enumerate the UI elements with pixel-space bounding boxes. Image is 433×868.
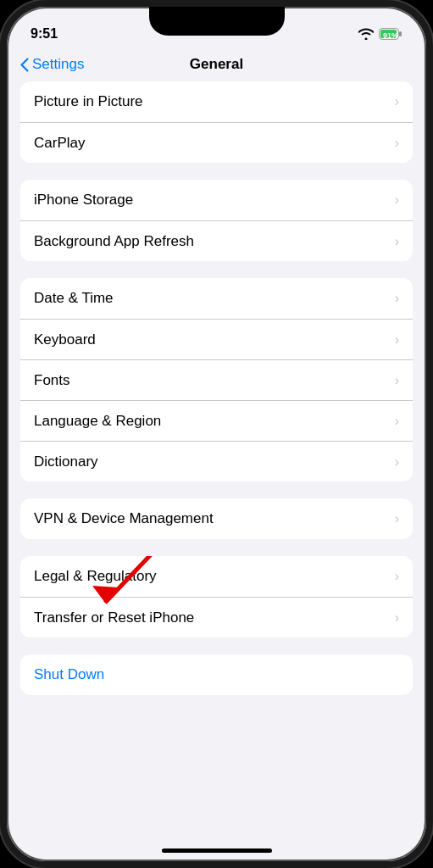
chevron-icon: › (395, 94, 399, 109)
settings-row-date-time[interactable]: Date & Time › (20, 278, 413, 319)
status-icons: 91% (358, 28, 402, 40)
fonts-label: Fonts (34, 372, 70, 389)
settings-group-2: iPhone Storage › Background App Refresh … (20, 180, 413, 261)
nav-title: General (190, 56, 243, 73)
settings-row-language-region[interactable]: Language & Region › (20, 400, 413, 441)
chevron-icon: › (395, 332, 399, 348)
chevron-icon: › (395, 136, 399, 151)
notch (149, 7, 285, 36)
shut-down-label: Shut Down (34, 666, 104, 683)
content-area: Picture in Picture › CarPlay › iPhone St… (7, 81, 426, 847)
chevron-icon: › (395, 234, 399, 249)
settings-row-background-app-refresh[interactable]: Background App Refresh › (20, 220, 413, 261)
vpn-label: VPN & Device Management (34, 510, 214, 527)
settings-group-5: Legal & Regulatory › Transfer or Reset i… (20, 556, 413, 637)
nav-back-label: Settings (32, 56, 84, 73)
keyboard-label: Keyboard (34, 331, 96, 348)
legal-regulatory-label: Legal & Regulatory (34, 568, 157, 585)
settings-group-1: Picture in Picture › CarPlay › (20, 81, 413, 163)
home-indicator (162, 849, 272, 853)
settings-row-picture-in-picture[interactable]: Picture in Picture › (20, 81, 413, 122)
dictionary-label: Dictionary (34, 453, 98, 470)
wifi-icon (358, 28, 374, 40)
settings-group-3: Date & Time › Keyboard › Fonts › Languag… (20, 278, 413, 481)
svg-text:91%: 91% (383, 31, 398, 40)
settings-row-dictionary[interactable]: Dictionary › (20, 441, 413, 481)
settings-row-fonts[interactable]: Fonts › (20, 359, 413, 400)
chevron-icon: › (395, 610, 399, 626)
phone-frame: 9:51 91% (0, 0, 433, 868)
date-time-label: Date & Time (34, 290, 114, 307)
chevron-icon: › (395, 414, 399, 429)
transfer-reset-label: Transfer or Reset iPhone (34, 609, 194, 626)
settings-row-legal[interactable]: Legal & Regulatory › (20, 556, 413, 597)
settings-group-4: VPN & Device Management › (20, 498, 413, 539)
settings-row-carplay[interactable]: CarPlay › (20, 122, 413, 163)
carplay-label: CarPlay (34, 135, 85, 152)
chevron-icon: › (395, 192, 399, 208)
svg-rect-3 (399, 31, 402, 36)
settings-group-6: Shut Down (20, 654, 413, 695)
chevron-icon: › (395, 511, 399, 526)
picture-in-picture-label: Picture in Picture (34, 93, 143, 110)
background-app-refresh-label: Background App Refresh (34, 233, 194, 250)
nav-back-button[interactable]: Settings (20, 56, 84, 73)
language-region-label: Language & Region (34, 413, 161, 430)
iphone-storage-label: iPhone Storage (34, 192, 133, 209)
chevron-icon: › (395, 569, 399, 584)
settings-row-vpn[interactable]: VPN & Device Management › (20, 498, 413, 539)
settings-row-shut-down[interactable]: Shut Down (20, 654, 413, 695)
settings-row-transfer-reset[interactable]: Transfer or Reset iPhone › (20, 597, 413, 637)
battery-icon: 91% (379, 28, 402, 40)
chevron-icon: › (395, 373, 399, 388)
settings-row-keyboard[interactable]: Keyboard › (20, 319, 413, 359)
nav-bar: Settings General (7, 49, 426, 81)
settings-row-iphone-storage[interactable]: iPhone Storage › (20, 180, 413, 220)
status-time: 9:51 (31, 26, 58, 42)
chevron-icon: › (395, 454, 399, 470)
chevron-icon: › (395, 291, 399, 306)
